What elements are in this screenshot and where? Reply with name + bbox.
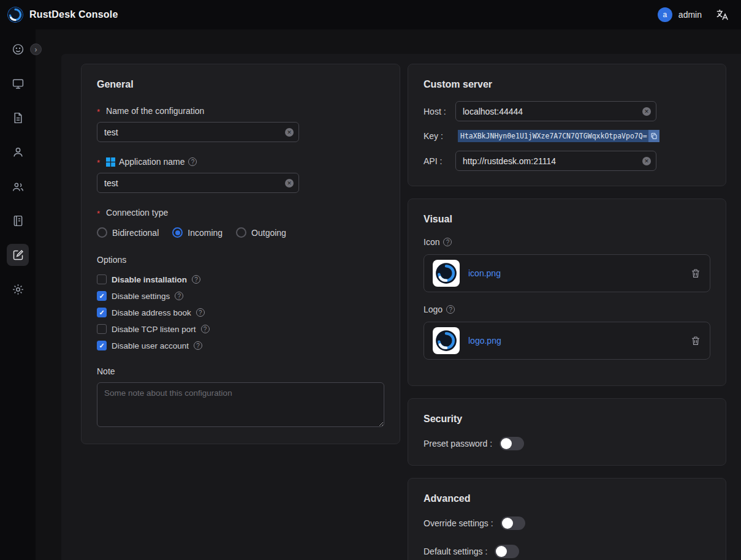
help-icon[interactable]: [188, 157, 197, 166]
option-disable-settings[interactable]: Disable settings: [97, 291, 384, 301]
settings-gear-icon: [12, 283, 25, 296]
options-label: Options: [97, 255, 384, 265]
default-settings-label: Default settings :: [424, 547, 487, 556]
icon-file-link[interactable]: icon.png: [468, 268, 682, 278]
icon-label: Icon: [424, 237, 710, 247]
sidebar-item-groups[interactable]: [7, 175, 29, 197]
help-icon[interactable]: [194, 341, 202, 350]
top-bar: RustDesk Console a admin: [0, 0, 741, 29]
clear-icon[interactable]: [642, 107, 651, 116]
copy-icon[interactable]: [648, 130, 659, 142]
help-icon[interactable]: [443, 238, 452, 246]
preset-password-label: Preset password :: [424, 439, 492, 448]
help-icon[interactable]: [201, 325, 210, 333]
radio-outgoing[interactable]: Outgoing: [236, 227, 286, 238]
config-name-label-text: Name of the configuration: [106, 106, 204, 116]
logo-label-text: Logo: [424, 305, 443, 314]
preset-password-toggle[interactable]: [500, 437, 524, 450]
key-value[interactable]: HtaXBkJNHyn0e1U1jWXze7A7CN7QTGWqxkOtpaVp…: [458, 130, 648, 142]
key-value-chip: HtaXBkJNHyn0e1U1jWXze7A7CN7QTGWqxkOtpaVp…: [458, 130, 659, 142]
default-settings-toggle[interactable]: [495, 545, 519, 558]
advanced-title: Advanced: [424, 493, 710, 504]
host-row: Host :: [424, 101, 710, 121]
icon-label-text: Icon: [424, 237, 439, 247]
document-icon: [12, 112, 25, 124]
app-name-input[interactable]: [97, 173, 299, 193]
radio-incoming[interactable]: Incoming: [172, 227, 222, 238]
radio-bidirectional[interactable]: Bidirectional: [97, 227, 159, 238]
preset-password-row: Preset password :: [424, 437, 710, 450]
username: admin: [678, 10, 702, 20]
custom-server-card: Custom server Host : Key : HtaXBkJNH: [408, 64, 726, 186]
help-icon[interactable]: [446, 305, 455, 314]
connection-type-label: Connection type: [97, 208, 384, 218]
connection-type-group: Bidirectional Incoming Outgoing: [97, 227, 384, 238]
option-label: Disable installation: [112, 275, 187, 284]
sidebar-item-settings[interactable]: [7, 278, 29, 300]
key-label: Key :: [424, 131, 455, 141]
help-icon[interactable]: [192, 275, 200, 284]
advanced-card: Advanced Override settings : Default set…: [408, 478, 726, 560]
note-textarea[interactable]: [97, 382, 384, 427]
rustdesk-logo-image: [435, 330, 457, 352]
checkbox-icon: [97, 324, 107, 334]
radio-label: Bidirectional: [112, 228, 159, 238]
api-input[interactable]: [455, 151, 656, 171]
logo-file-link[interactable]: logo.png: [468, 336, 682, 346]
option-disable-installation[interactable]: Disable installation: [97, 274, 384, 284]
note-label: Note: [97, 366, 384, 376]
help-icon[interactable]: [196, 308, 205, 317]
radio-checked-icon: [172, 227, 183, 238]
api-row: API :: [424, 151, 710, 171]
sidebar: [0, 29, 36, 560]
option-disable-address-book[interactable]: Disable address book: [97, 308, 384, 317]
config-name-input[interactable]: [97, 122, 299, 142]
option-disable-tcp-listen-port[interactable]: Disable TCP listen port: [97, 324, 384, 334]
checkbox-checked-icon: [97, 341, 107, 350]
delete-icon[interactable]: [690, 268, 701, 279]
main-area: General Name of the configuration: [36, 29, 741, 560]
app-title: RustDesk Console: [29, 9, 118, 20]
sidebar-item-dashboard[interactable]: [7, 38, 29, 60]
config-name-field: [97, 122, 299, 142]
app-name-label-text: Application name: [119, 157, 184, 167]
windows-logo-icon: [106, 157, 115, 167]
config-name-label: Name of the configuration: [97, 106, 384, 116]
help-icon[interactable]: [175, 292, 183, 300]
app-shell: › General Name of the configuration: [0, 29, 741, 560]
rustdesk-icon-image: [435, 262, 457, 284]
language-icon[interactable]: [715, 8, 729, 21]
brand: RustDesk Console: [7, 7, 118, 23]
delete-icon[interactable]: [690, 335, 701, 346]
clear-icon[interactable]: [285, 179, 294, 187]
icon-file-box: icon.png: [424, 254, 710, 292]
topbar-right: a admin: [658, 7, 729, 22]
connection-type-label-text: Connection type: [106, 208, 168, 218]
content-panel: General Name of the configuration: [61, 54, 741, 560]
note-field: [97, 376, 384, 429]
logo-label: Logo: [424, 305, 710, 314]
users-icon: [12, 180, 25, 193]
host-input[interactable]: [455, 101, 656, 121]
smiley-icon: [12, 43, 25, 56]
clear-icon[interactable]: [642, 157, 651, 165]
radio-icon: [97, 227, 107, 238]
option-label: Disable user account: [112, 341, 189, 350]
security-card: Security Preset password :: [408, 398, 726, 466]
clear-icon[interactable]: [285, 128, 294, 137]
sidebar-item-users[interactable]: [7, 141, 29, 163]
api-label: API :: [424, 156, 455, 166]
sidebar-item-custom-client[interactable]: [7, 244, 29, 266]
option-label: Disable settings: [112, 292, 170, 301]
override-settings-toggle[interactable]: [501, 516, 525, 530]
sidebar-expand-button[interactable]: ›: [30, 44, 42, 55]
logo-preview: [433, 327, 460, 354]
key-row: Key : HtaXBkJNHyn0e1U1jWXze7A7CN7QTGWqxk…: [424, 130, 710, 142]
avatar: a: [658, 7, 672, 22]
sidebar-item-documents[interactable]: [7, 107, 29, 129]
sidebar-item-audit-log[interactable]: [7, 210, 29, 232]
user-menu[interactable]: a admin: [658, 7, 702, 22]
edit-config-icon: [12, 249, 25, 262]
option-disable-user-account[interactable]: Disable user account: [97, 341, 384, 350]
sidebar-item-devices[interactable]: [7, 72, 29, 94]
